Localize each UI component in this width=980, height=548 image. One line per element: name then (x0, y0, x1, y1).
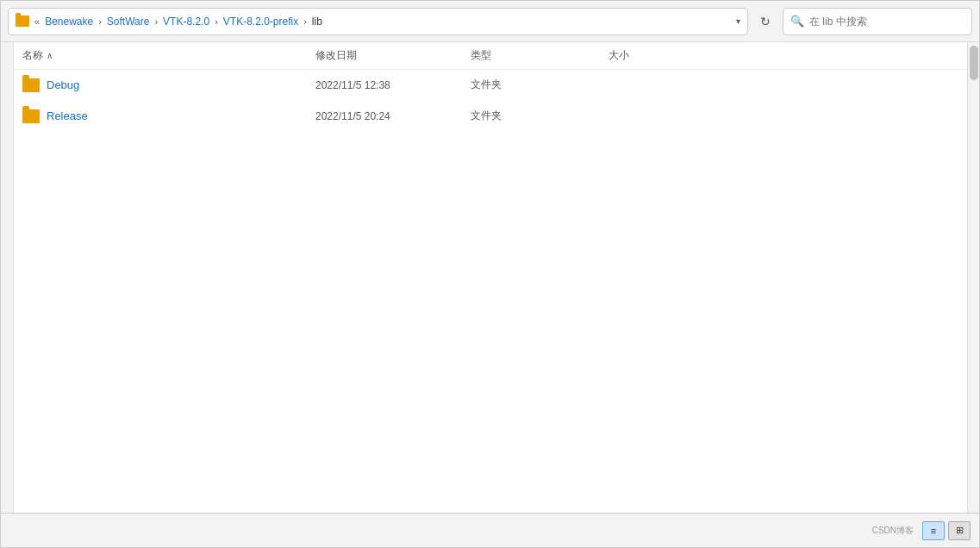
breadcrumb-sep-2: › (154, 16, 158, 27)
column-headers: 名称 ∧ 修改日期 类型 大小 (14, 42, 967, 70)
breadcrumb-software[interactable]: SoftWare (107, 16, 150, 28)
file-list-container: 名称 ∧ 修改日期 类型 大小 Debug 2022/11/5 12:38 文件… (14, 42, 967, 513)
breadcrumb-sep-3: › (215, 16, 218, 27)
search-input[interactable] (809, 16, 964, 28)
file-name-text-0: Debug (47, 78, 79, 91)
window: « Benewake › SoftWare › VTK-8.2.0 › VTK-… (0, 0, 980, 548)
file-type-1: 文件夹 (471, 109, 609, 123)
breadcrumb-dropdown-button[interactable]: ▾ (736, 16, 740, 26)
col-size-header[interactable]: 大小 (609, 48, 695, 63)
file-row-name-0: Debug (22, 78, 315, 92)
file-type-0: 文件夹 (471, 78, 609, 92)
breadcrumb-sep-0: « (34, 16, 40, 27)
right-scrollbar[interactable] (967, 42, 979, 513)
scrollbar-thumb[interactable] (970, 46, 978, 80)
folder-icon-0 (22, 78, 40, 92)
breadcrumb-sep-1: › (98, 16, 102, 27)
csdn-watermark: CSDN博客 (872, 525, 914, 537)
left-strip (1, 42, 14, 513)
refresh-button[interactable]: ↻ (753, 9, 777, 34)
col-sort-arrow: ∧ (47, 51, 53, 60)
view-icons: ≡ ⊞ (922, 521, 971, 540)
col-type-header[interactable]: 类型 (471, 48, 609, 63)
breadcrumb-benewake[interactable]: Benewake (45, 16, 93, 28)
breadcrumb-vtk820-prefix[interactable]: VTK-8.2.0-prefix (223, 16, 298, 28)
breadcrumb-sep-4: › (303, 16, 307, 27)
breadcrumb-area[interactable]: « Benewake › SoftWare › VTK-8.2.0 › VTK-… (8, 8, 748, 35)
file-rows: Debug 2022/11/5 12:38 文件夹 Release 2022/1… (14, 70, 967, 513)
file-date-1: 2022/11/5 20:24 (315, 110, 471, 122)
view-tile-button[interactable]: ⊞ (948, 521, 971, 540)
breadcrumb-lib: lib (312, 16, 322, 28)
search-box[interactable]: 🔍 (783, 8, 972, 35)
file-row-name-1: Release (22, 109, 315, 123)
file-name-text-1: Release (47, 109, 88, 122)
file-date-0: 2022/11/5 12:38 (315, 79, 471, 91)
breadcrumb-vtk820[interactable]: VTK-8.2.0 (163, 16, 209, 28)
folder-icon-small (16, 16, 29, 27)
taskbar: CSDN博客 ≡ ⊞ (1, 513, 979, 547)
view-list-button[interactable]: ≡ (922, 521, 945, 540)
table-row[interactable]: Debug 2022/11/5 12:38 文件夹 (14, 70, 967, 101)
folder-icon-1 (22, 109, 40, 123)
nav-bar: « Benewake › SoftWare › VTK-8.2.0 › VTK-… (1, 1, 979, 42)
content-area: 名称 ∧ 修改日期 类型 大小 Debug 2022/11/5 12:38 文件… (1, 42, 979, 513)
col-name-header[interactable]: 名称 ∧ (22, 48, 315, 63)
col-name-label[interactable]: 名称 (22, 48, 43, 63)
col-date-header[interactable]: 修改日期 (315, 48, 471, 63)
table-row[interactable]: Release 2022/11/5 20:24 文件夹 (14, 101, 967, 132)
search-icon: 🔍 (790, 15, 804, 28)
